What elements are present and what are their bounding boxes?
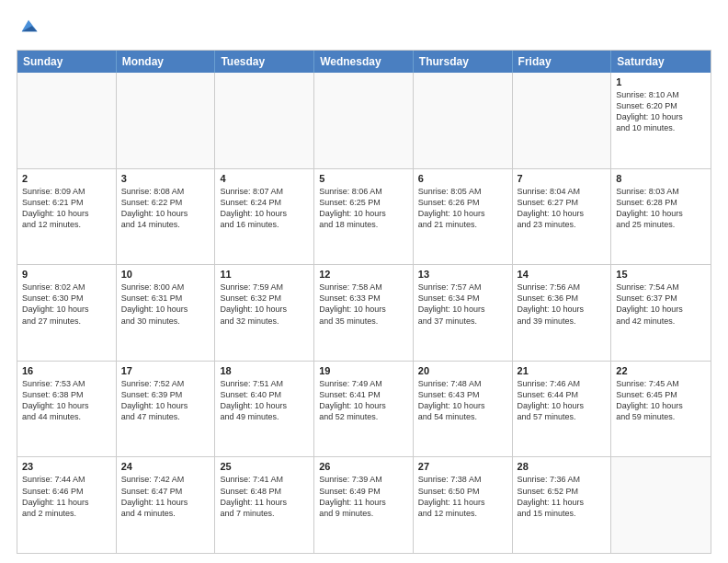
calendar-cell: 22Sunrise: 7:45 AM Sunset: 6:45 PM Dayli… xyxy=(611,362,711,457)
day-info: Sunrise: 7:45 AM Sunset: 6:45 PM Dayligh… xyxy=(616,378,706,423)
day-info: Sunrise: 8:03 AM Sunset: 6:28 PM Dayligh… xyxy=(616,186,706,231)
logo xyxy=(17,17,42,40)
day-info: Sunrise: 8:08 AM Sunset: 6:22 PM Dayligh… xyxy=(121,186,210,231)
day-number: 17 xyxy=(121,365,210,376)
day-info: Sunrise: 7:52 AM Sunset: 6:39 PM Dayligh… xyxy=(121,378,210,423)
day-number: 6 xyxy=(418,173,507,184)
day-info: Sunrise: 7:48 AM Sunset: 6:43 PM Dayligh… xyxy=(418,378,507,423)
calendar-header: SundayMondayTuesdayWednesdayThursdayFrid… xyxy=(17,51,711,73)
calendar-cell: 28Sunrise: 7:36 AM Sunset: 6:52 PM Dayli… xyxy=(513,457,612,553)
day-info: Sunrise: 8:10 AM Sunset: 6:20 PM Dayligh… xyxy=(616,89,706,134)
day-info: Sunrise: 7:57 AM Sunset: 6:34 PM Dayligh… xyxy=(418,282,507,327)
calendar-cell: 15Sunrise: 7:54 AM Sunset: 6:37 PM Dayli… xyxy=(611,265,711,361)
calendar-cell: 25Sunrise: 7:41 AM Sunset: 6:48 PM Dayli… xyxy=(215,457,314,553)
day-info: Sunrise: 7:46 AM Sunset: 6:44 PM Dayligh… xyxy=(518,378,607,423)
day-number: 2 xyxy=(22,173,111,184)
calendar-cell xyxy=(611,457,711,553)
day-number: 1 xyxy=(616,76,706,87)
day-number: 25 xyxy=(220,461,309,472)
calendar-cell: 21Sunrise: 7:46 AM Sunset: 6:44 PM Dayli… xyxy=(513,362,612,457)
day-info: Sunrise: 7:49 AM Sunset: 6:41 PM Dayligh… xyxy=(319,378,408,423)
calendar-row-3: 16Sunrise: 7:53 AM Sunset: 6:38 PM Dayli… xyxy=(17,361,711,457)
calendar-cell xyxy=(513,73,612,168)
weekday-header-tuesday: Tuesday xyxy=(215,51,314,73)
calendar-cell: 24Sunrise: 7:42 AM Sunset: 6:47 PM Dayli… xyxy=(117,457,216,553)
day-number: 20 xyxy=(418,365,507,376)
calendar-cell: 12Sunrise: 7:58 AM Sunset: 6:33 PM Dayli… xyxy=(314,265,414,361)
calendar-cell xyxy=(17,73,117,168)
calendar-cell: 20Sunrise: 7:48 AM Sunset: 6:43 PM Dayli… xyxy=(414,362,513,457)
day-info: Sunrise: 8:02 AM Sunset: 6:30 PM Dayligh… xyxy=(22,282,111,327)
day-number: 27 xyxy=(418,461,507,472)
calendar-cell: 18Sunrise: 7:51 AM Sunset: 6:40 PM Dayli… xyxy=(215,362,314,457)
calendar-row-1: 2Sunrise: 8:09 AM Sunset: 6:21 PM Daylig… xyxy=(17,168,711,265)
calendar-cell: 1Sunrise: 8:10 AM Sunset: 6:20 PM Daylig… xyxy=(611,73,711,168)
day-number: 5 xyxy=(319,173,408,184)
calendar-cell: 2Sunrise: 8:09 AM Sunset: 6:21 PM Daylig… xyxy=(17,169,117,265)
day-info: Sunrise: 7:53 AM Sunset: 6:38 PM Dayligh… xyxy=(22,378,111,423)
day-number: 7 xyxy=(518,173,607,184)
day-info: Sunrise: 7:41 AM Sunset: 6:48 PM Dayligh… xyxy=(220,474,309,519)
calendar-row-2: 9Sunrise: 8:02 AM Sunset: 6:30 PM Daylig… xyxy=(17,264,711,361)
day-number: 4 xyxy=(220,173,309,184)
calendar-cell: 19Sunrise: 7:49 AM Sunset: 6:41 PM Dayli… xyxy=(314,362,414,457)
calendar: SundayMondayTuesdayWednesdayThursdayFrid… xyxy=(17,50,711,554)
calendar-row-0: 1Sunrise: 8:10 AM Sunset: 6:20 PM Daylig… xyxy=(17,73,711,168)
day-info: Sunrise: 8:04 AM Sunset: 6:27 PM Dayligh… xyxy=(518,186,607,231)
calendar-cell: 10Sunrise: 8:00 AM Sunset: 6:31 PM Dayli… xyxy=(117,265,216,361)
day-number: 8 xyxy=(616,173,706,184)
page-header xyxy=(17,17,711,40)
day-number: 16 xyxy=(22,365,111,376)
day-info: Sunrise: 7:51 AM Sunset: 6:40 PM Dayligh… xyxy=(220,378,309,423)
day-info: Sunrise: 8:00 AM Sunset: 6:31 PM Dayligh… xyxy=(121,282,210,327)
day-number: 9 xyxy=(22,269,111,280)
calendar-cell: 23Sunrise: 7:44 AM Sunset: 6:46 PM Dayli… xyxy=(17,457,117,553)
day-number: 28 xyxy=(518,461,607,472)
day-info: Sunrise: 7:39 AM Sunset: 6:49 PM Dayligh… xyxy=(319,474,408,519)
weekday-header-saturday: Saturday xyxy=(611,51,711,73)
day-number: 3 xyxy=(121,173,210,184)
day-info: Sunrise: 8:06 AM Sunset: 6:25 PM Dayligh… xyxy=(319,186,408,231)
logo-icon xyxy=(18,17,39,37)
day-number: 14 xyxy=(518,269,607,280)
calendar-cell: 7Sunrise: 8:04 AM Sunset: 6:27 PM Daylig… xyxy=(513,169,612,265)
calendar-cell xyxy=(117,73,216,168)
day-number: 15 xyxy=(616,269,706,280)
calendar-cell: 17Sunrise: 7:52 AM Sunset: 6:39 PM Dayli… xyxy=(117,362,216,457)
calendar-cell: 27Sunrise: 7:38 AM Sunset: 6:50 PM Dayli… xyxy=(414,457,513,553)
calendar-cell: 11Sunrise: 7:59 AM Sunset: 6:32 PM Dayli… xyxy=(215,265,314,361)
day-info: Sunrise: 8:09 AM Sunset: 6:21 PM Dayligh… xyxy=(22,186,111,231)
weekday-header-wednesday: Wednesday xyxy=(314,51,414,73)
day-info: Sunrise: 7:58 AM Sunset: 6:33 PM Dayligh… xyxy=(319,282,408,327)
day-info: Sunrise: 7:36 AM Sunset: 6:52 PM Dayligh… xyxy=(518,474,607,519)
day-info: Sunrise: 7:38 AM Sunset: 6:50 PM Dayligh… xyxy=(418,474,507,519)
calendar-cell xyxy=(414,73,513,168)
calendar-cell: 9Sunrise: 8:02 AM Sunset: 6:30 PM Daylig… xyxy=(17,265,117,361)
day-info: Sunrise: 8:07 AM Sunset: 6:24 PM Dayligh… xyxy=(220,186,309,231)
calendar-body: 1Sunrise: 8:10 AM Sunset: 6:20 PM Daylig… xyxy=(17,73,711,553)
weekday-header-thursday: Thursday xyxy=(414,51,513,73)
weekday-header-monday: Monday xyxy=(117,51,216,73)
day-number: 10 xyxy=(121,269,210,280)
calendar-row-4: 23Sunrise: 7:44 AM Sunset: 6:46 PM Dayli… xyxy=(17,456,711,553)
calendar-cell: 4Sunrise: 8:07 AM Sunset: 6:24 PM Daylig… xyxy=(215,169,314,265)
calendar-cell: 14Sunrise: 7:56 AM Sunset: 6:36 PM Dayli… xyxy=(513,265,612,361)
calendar-cell: 16Sunrise: 7:53 AM Sunset: 6:38 PM Dayli… xyxy=(17,362,117,457)
day-number: 12 xyxy=(319,269,408,280)
day-info: Sunrise: 8:05 AM Sunset: 6:26 PM Dayligh… xyxy=(418,186,507,231)
calendar-cell xyxy=(215,73,314,168)
day-number: 23 xyxy=(22,461,111,472)
day-number: 11 xyxy=(220,269,309,280)
day-number: 19 xyxy=(319,365,408,376)
day-info: Sunrise: 7:42 AM Sunset: 6:47 PM Dayligh… xyxy=(121,474,210,519)
day-number: 22 xyxy=(616,365,706,376)
day-info: Sunrise: 7:59 AM Sunset: 6:32 PM Dayligh… xyxy=(220,282,309,327)
calendar-cell xyxy=(314,73,414,168)
weekday-header-friday: Friday xyxy=(513,51,612,73)
calendar-cell: 6Sunrise: 8:05 AM Sunset: 6:26 PM Daylig… xyxy=(414,169,513,265)
calendar-cell: 13Sunrise: 7:57 AM Sunset: 6:34 PM Dayli… xyxy=(414,265,513,361)
calendar-cell: 5Sunrise: 8:06 AM Sunset: 6:25 PM Daylig… xyxy=(314,169,414,265)
day-number: 26 xyxy=(319,461,408,472)
weekday-header-sunday: Sunday xyxy=(17,51,117,73)
day-info: Sunrise: 7:56 AM Sunset: 6:36 PM Dayligh… xyxy=(518,282,607,327)
